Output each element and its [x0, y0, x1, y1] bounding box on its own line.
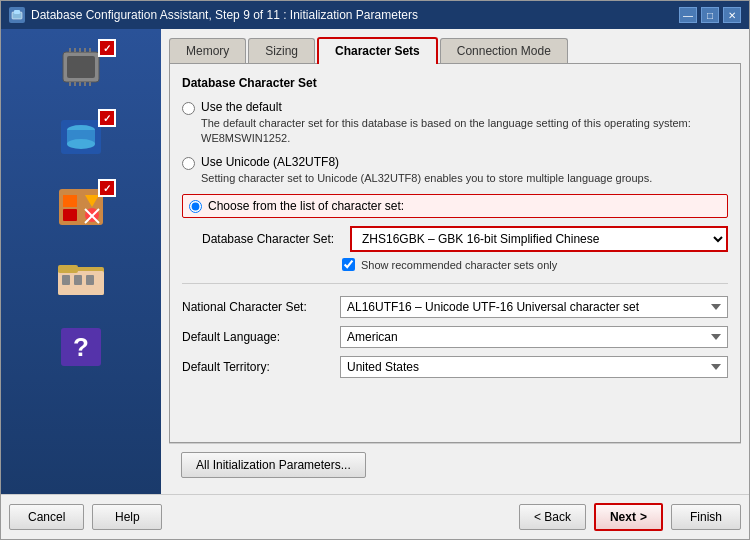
- svg-point-17: [67, 139, 95, 149]
- sidebar-icon-question: ?: [46, 319, 116, 374]
- national-charset-select[interactable]: AL16UTF16 – Unicode UTF-16 Universal cha…: [340, 296, 728, 318]
- title-bar-left: Database Configuration Assistant, Step 9…: [9, 7, 418, 23]
- show-recommended-row: Show recommended character sets only: [342, 258, 728, 271]
- section-title: Database Character Set: [182, 76, 728, 90]
- separator: [182, 283, 728, 284]
- maximize-button[interactable]: □: [701, 7, 719, 23]
- svg-rect-3: [67, 56, 95, 78]
- option-choose-list-container: Choose from the list of character set:: [182, 194, 728, 218]
- svg-rect-20: [63, 209, 77, 221]
- main-content: Memory Sizing Character Sets Connection …: [161, 29, 749, 494]
- option-default-label: Use the default The default character se…: [201, 100, 728, 147]
- window-icon: [9, 7, 25, 23]
- db-charset-row: Database Character Set: ZHS16GBK – GBK 1…: [202, 226, 728, 252]
- tab-memory[interactable]: Memory: [169, 38, 246, 63]
- next-label: Next: [610, 510, 636, 524]
- next-button[interactable]: Next >: [594, 503, 663, 531]
- national-charset-label: National Character Set:: [182, 300, 332, 314]
- all-init-params-button[interactable]: All Initialization Parameters...: [181, 452, 366, 478]
- close-button[interactable]: ✕: [723, 7, 741, 23]
- svg-rect-27: [58, 265, 78, 273]
- tab-bar: Memory Sizing Character Sets Connection …: [169, 37, 741, 63]
- finish-button[interactable]: Finish: [671, 504, 741, 530]
- tab-connection-mode[interactable]: Connection Mode: [440, 38, 568, 63]
- option-use-unicode: Use Unicode (AL32UTF8) Setting character…: [182, 155, 728, 186]
- option-use-default: Use the default The default character se…: [182, 100, 728, 147]
- default-language-select[interactable]: American: [340, 326, 728, 348]
- bottom-left-buttons: Cancel Help: [9, 504, 162, 530]
- character-sets-panel: Database Character Set Use the default T…: [169, 63, 741, 443]
- svg-rect-1: [14, 10, 20, 14]
- svg-rect-30: [86, 275, 94, 285]
- show-recommended-checkbox[interactable]: [342, 258, 355, 271]
- back-button[interactable]: < Back: [519, 504, 586, 530]
- option-unicode-desc: Setting character set to Unicode (AL32UT…: [201, 171, 728, 186]
- db-charset-select[interactable]: ZHS16GBK – GBK 16-bit Simplified Chinese: [350, 226, 728, 252]
- tab-character-sets[interactable]: Character Sets: [317, 37, 438, 64]
- default-language-row: Default Language: American: [182, 326, 728, 348]
- option-default-desc: The default character set for this datab…: [201, 116, 728, 147]
- option-unicode-title: Use Unicode (AL32UTF8): [201, 155, 728, 169]
- bottom-bar: Cancel Help < Back Next > Finish: [1, 494, 749, 539]
- sidebar-icon-chip: ✓: [46, 39, 116, 94]
- window-title: Database Configuration Assistant, Step 9…: [31, 8, 418, 22]
- default-language-label: Default Language:: [182, 330, 332, 344]
- bottom-right-buttons: < Back Next > Finish: [519, 503, 741, 531]
- main-window: Database Configuration Assistant, Step 9…: [0, 0, 750, 540]
- cancel-button[interactable]: Cancel: [9, 504, 84, 530]
- minimize-button[interactable]: —: [679, 7, 697, 23]
- sidebar-icon-db: ✓: [46, 109, 116, 164]
- show-recommended-label[interactable]: Show recommended character sets only: [361, 259, 557, 271]
- default-territory-label: Default Territory:: [182, 360, 332, 374]
- title-bar: Database Configuration Assistant, Step 9…: [1, 1, 749, 29]
- window-body: ✓ ✓: [1, 29, 749, 494]
- radio-use-default[interactable]: [182, 102, 195, 115]
- sidebar-icon-shapes: ✓: [46, 179, 116, 234]
- checkmark-chip: ✓: [98, 39, 116, 57]
- radio-use-unicode[interactable]: [182, 157, 195, 170]
- svg-rect-19: [63, 195, 77, 207]
- svg-rect-28: [62, 275, 70, 285]
- tab-sizing[interactable]: Sizing: [248, 38, 315, 63]
- all-params-row: All Initialization Parameters...: [169, 443, 741, 486]
- db-charset-label: Database Character Set:: [202, 232, 342, 246]
- option-choose-list-label[interactable]: Choose from the list of character set:: [208, 199, 404, 213]
- svg-rect-29: [74, 275, 82, 285]
- help-button[interactable]: Help: [92, 504, 162, 530]
- sidebar: ✓ ✓: [1, 29, 161, 494]
- radio-choose-list[interactable]: [189, 200, 202, 213]
- default-territory-select[interactable]: United States: [340, 356, 728, 378]
- option-default-title: Use the default: [201, 100, 728, 114]
- svg-text:?: ?: [73, 332, 89, 362]
- option-unicode-label: Use Unicode (AL32UTF8) Setting character…: [201, 155, 728, 186]
- default-territory-row: Default Territory: United States: [182, 356, 728, 378]
- radio-group: Use the default The default character se…: [182, 100, 728, 218]
- national-charset-row: National Character Set: AL16UTF16 – Unic…: [182, 296, 728, 318]
- next-arrow: >: [640, 510, 647, 524]
- title-controls: — □ ✕: [679, 7, 741, 23]
- checkmark-shapes: ✓: [98, 179, 116, 197]
- checkmark-db: ✓: [98, 109, 116, 127]
- sidebar-icon-folder: [46, 249, 116, 304]
